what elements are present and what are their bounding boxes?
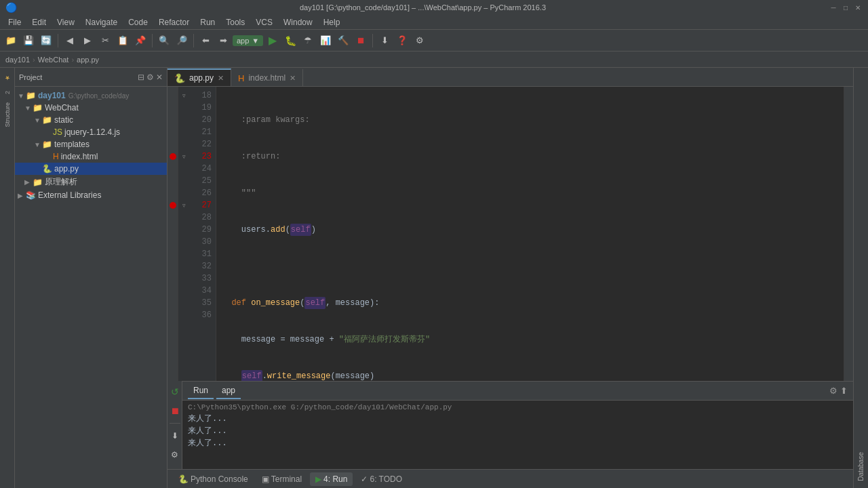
toolbar-separator2 [152, 34, 153, 47]
cut-button[interactable]: ✂ [97, 33, 113, 49]
menu-item-edit[interactable]: Edit [26, 16, 52, 28]
tree-apppy[interactable]: ▶ 🐍 app.py [15, 163, 167, 175]
menu-item-window[interactable]: Window [278, 16, 318, 28]
settings-button[interactable]: ⚙ [412, 33, 428, 49]
ln-27: 27 [189, 199, 216, 211]
menu-item-vcs[interactable]: VCS [250, 16, 278, 28]
profile-button[interactable]: 📊 [317, 33, 334, 49]
run-maximize-icon[interactable]: ⬆ [840, 386, 848, 396]
root-arrow: ▼ [18, 92, 24, 100]
vcs-update-button[interactable]: ⬇ [376, 33, 393, 49]
project-view-button[interactable]: 📁 [3, 33, 19, 49]
run-output-1: 来人了... [188, 413, 848, 425]
tree-root[interactable]: ▼ 📁 day101 G:\python_code/day [15, 89, 167, 102]
maximize-button[interactable]: □ [841, 3, 850, 12]
menu-bar: FileEditViewNavigateCodeRefactorRunTools… [0, 15, 868, 30]
gutter-35 [167, 297, 177, 309]
tab-indexhtml[interactable]: H index.html ✕ [231, 68, 303, 86]
run-settings-button[interactable]: ⚙ [167, 447, 183, 463]
indexhtml-tab-icon: H [238, 73, 244, 83]
right-gutter [844, 87, 853, 381]
stop-button[interactable]: ⏹ [353, 33, 369, 49]
breadcrumb-day101[interactable]: day101 [5, 56, 30, 64]
ln-30: 30 [189, 236, 216, 248]
collapse-all-icon[interactable]: ⊟ [138, 73, 144, 82]
tree-jquery[interactable]: ▶ JS jquery-1.12.4.js [15, 126, 167, 138]
paste-button[interactable]: 📌 [132, 33, 149, 49]
run-config-group[interactable]: app ▼ [233, 35, 263, 46]
replace-button[interactable]: 🔎 [174, 33, 190, 49]
breadcrumb-webchat[interactable]: WebChat [38, 56, 69, 64]
yuanli-label: 原理解析 [45, 176, 77, 188]
external-libs-label: External Libraries [38, 190, 101, 200]
terminal-tab[interactable]: ▣ Terminal [256, 472, 307, 486]
run-config-dropdown[interactable]: ▼ [252, 37, 259, 45]
webchat-label: WebChat [45, 103, 79, 113]
menu-item-navigate[interactable]: Navigate [80, 16, 123, 28]
gutter-26 [167, 187, 177, 199]
run-rerun-button[interactable]: ↺ [167, 384, 183, 400]
ln-18: 18 [189, 89, 216, 102]
nav-back-button[interactable]: ⬅ [197, 33, 214, 49]
breadcrumb-apppy[interactable]: app.py [77, 56, 99, 64]
settings-icon[interactable]: ⚙ [146, 73, 154, 82]
tree-templates[interactable]: ▼ 📁 templates [15, 138, 167, 150]
python-console-icon: 🐍 [178, 474, 189, 484]
tree-static[interactable]: ▼ 📁 static [15, 114, 167, 126]
save-button[interactable]: 💾 [20, 33, 37, 49]
run-scroll-end-button[interactable]: ⬇ [167, 428, 183, 444]
static-label: static [54, 115, 73, 125]
todo-label: 6: TODO [370, 474, 402, 484]
tree-webchat[interactable]: ▼ 📁 WebChat [15, 102, 167, 114]
run-command: C:\Python35\python.exe G:/python_code/da… [188, 403, 848, 411]
help-button[interactable]: ❓ [394, 33, 410, 49]
nav-fwd-button[interactable]: ➡ [215, 33, 231, 49]
run-settings-icon[interactable]: ⚙ [829, 386, 837, 396]
run-stop-button[interactable]: ⏹ [167, 403, 183, 419]
minimize-button[interactable]: ─ [829, 3, 838, 12]
run-tab-run[interactable]: Run [188, 383, 214, 399]
menu-item-run[interactable]: Run [195, 16, 220, 28]
menu-item-code[interactable]: Code [123, 16, 153, 28]
favorites-tab[interactable]: ★ [2, 70, 13, 85]
indexhtml-tab-close[interactable]: ✕ [290, 74, 296, 83]
debug-button[interactable]: 🐛 [282, 33, 298, 49]
back-button[interactable]: ◀ [62, 33, 78, 49]
sync-button[interactable]: 🔄 [38, 33, 54, 49]
code-editor[interactable]: ▿ ▿ ▿ 18 [167, 87, 853, 381]
tree-external-libs[interactable]: ▶ 📚 External Libraries [15, 189, 167, 201]
coverage-button[interactable]: ☂ [300, 33, 316, 49]
run-button[interactable]: ▶ [264, 33, 281, 49]
copy-button[interactable]: 📋 [115, 33, 131, 49]
templates-label: templates [54, 140, 90, 149]
todo-tab[interactable]: ✓ 6: TODO [355, 472, 408, 486]
code-line-22 [222, 260, 838, 272]
apppy-tab-close[interactable]: ✕ [218, 74, 224, 83]
python-console-tab[interactable]: 🐍 Python Console [173, 472, 254, 486]
database-tab[interactable]: Database [855, 448, 867, 485]
menu-item-tools[interactable]: Tools [220, 16, 250, 28]
run-tab-bottom[interactable]: ▶ 4: Run [310, 472, 353, 486]
build-button[interactable]: 🔨 [335, 33, 351, 49]
code-content[interactable]: :param kwargs: :return: """ users.add(se… [216, 87, 844, 381]
tab-apppy[interactable]: 🐍 app.py ✕ [167, 68, 231, 86]
tree-index-html[interactable]: ▶ H index.html [15, 150, 167, 163]
menu-item-help[interactable]: Help [318, 16, 346, 28]
ln-28: 28 [189, 211, 216, 224]
toolbar-separator [58, 34, 58, 47]
close-panel-icon[interactable]: ✕ [156, 73, 163, 82]
menu-item-file[interactable]: File [3, 16, 26, 28]
run-controls: ⚙ ⬆ [829, 386, 848, 396]
run-tab-icon: ▶ [315, 474, 321, 484]
forward-button[interactable]: ▶ [79, 33, 96, 49]
close-button[interactable]: ✕ [853, 3, 863, 12]
tree-yuanli[interactable]: ▶ 📁 原理解析 [15, 175, 167, 189]
ln-19: 19 [189, 102, 216, 114]
menu-item-refactor[interactable]: Refactor [153, 16, 195, 28]
structure-tab[interactable]: Structure [4, 100, 11, 130]
code-line-18: :param kwargs: [222, 114, 838, 126]
run-tab-app[interactable]: app [216, 383, 241, 399]
search-button[interactable]: 🔍 [156, 33, 172, 49]
side-tab-2[interactable]: 2 [2, 87, 13, 98]
menu-item-view[interactable]: View [52, 16, 80, 28]
